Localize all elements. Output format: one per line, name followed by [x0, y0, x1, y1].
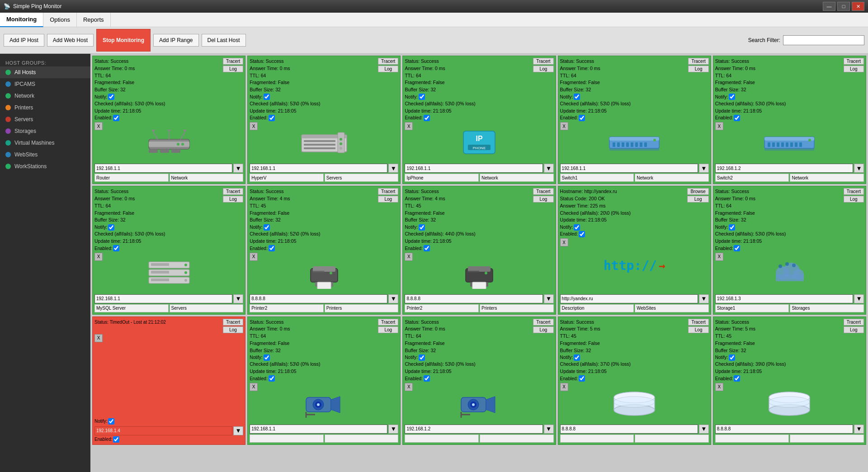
sidebar-item-storages[interactable]: Storages — [0, 125, 90, 137]
search-input[interactable] — [783, 35, 864, 45]
minimize-button[interactable]: — — [823, 2, 835, 11]
card-notify-checkbox[interactable] — [419, 354, 425, 361]
tracert-button[interactable]: Tracert — [533, 58, 553, 65]
ip-input[interactable] — [405, 164, 542, 173]
tracert-button[interactable]: Tracert — [844, 319, 864, 326]
add-ip-host-button[interactable]: Add IP Host — [4, 34, 44, 47]
card-notify-checkbox[interactable] — [729, 224, 735, 231]
card-enabled-checkbox[interactable] — [113, 115, 119, 121]
close-card-button[interactable]: X — [405, 383, 413, 391]
close-card-button[interactable]: X — [715, 122, 723, 130]
card-notify-checkbox[interactable] — [574, 224, 580, 231]
card-notify-checkbox[interactable] — [264, 354, 270, 361]
close-card-button[interactable]: X — [560, 238, 568, 246]
tab-reports[interactable]: Reports — [77, 13, 111, 27]
log-button[interactable]: Log — [378, 326, 398, 333]
card-enabled-checkbox[interactable] — [579, 375, 585, 382]
tab-monitoring[interactable]: Monitoring — [0, 13, 43, 27]
dropdown-button[interactable]: ▼ — [544, 425, 554, 434]
sidebar-item-websites[interactable]: WebSites — [0, 149, 90, 160]
card-enabled-checkbox[interactable] — [734, 115, 740, 121]
card-notify-checkbox[interactable] — [264, 94, 270, 100]
close-card-button[interactable]: X — [715, 253, 723, 261]
ip-input[interactable] — [94, 164, 232, 173]
log-button[interactable]: Log — [688, 326, 708, 333]
ip-input[interactable] — [715, 294, 853, 303]
card-enabled-checkbox[interactable] — [579, 115, 585, 121]
tracert-button[interactable]: Tracert — [378, 319, 398, 326]
close-button[interactable]: ✕ — [852, 2, 864, 11]
tracert-button[interactable]: Tracert — [223, 58, 243, 65]
tracert-button[interactable]: Tracert — [378, 188, 398, 195]
dropdown-button[interactable]: ▼ — [233, 426, 243, 435]
dropdown-button[interactable]: ▼ — [388, 294, 398, 303]
close-card-button[interactable]: X — [94, 334, 103, 342]
log-button[interactable]: Log — [223, 196, 243, 203]
log-button[interactable]: Log — [687, 196, 708, 203]
close-card-button[interactable]: X — [94, 122, 103, 130]
card-notify-checkbox[interactable] — [419, 94, 425, 100]
sidebar-item-printers[interactable]: Printers — [0, 102, 90, 113]
close-card-button[interactable]: X — [250, 122, 258, 130]
dropdown-button[interactable]: ▼ — [544, 164, 554, 173]
ip-input[interactable] — [560, 164, 698, 173]
tracert-button[interactable]: Tracert — [844, 188, 864, 195]
add-ip-range-button[interactable]: Add IP Range — [153, 34, 199, 47]
card-enabled-checkbox[interactable] — [113, 436, 119, 443]
card-notify-checkbox[interactable] — [264, 224, 270, 231]
dropdown-button[interactable]: ▼ — [544, 294, 554, 303]
ip-input[interactable] — [405, 294, 542, 303]
card-notify-checkbox[interactable] — [574, 94, 580, 100]
dropdown-button[interactable]: ▼ — [233, 294, 243, 303]
log-button[interactable]: Log — [378, 66, 398, 72]
card-notify-checkbox[interactable] — [108, 94, 114, 100]
tracert-button[interactable]: Tracert — [533, 188, 553, 195]
close-card-button[interactable]: X — [560, 122, 568, 130]
card-notify-checkbox[interactable] — [729, 354, 735, 361]
card-enabled-checkbox[interactable] — [269, 115, 275, 121]
stop-monitoring-button[interactable]: Stop Monitoring — [96, 29, 151, 52]
sidebar-item-servers[interactable]: Servers — [0, 113, 90, 125]
card-enabled-checkbox[interactable] — [424, 245, 430, 251]
dropdown-button[interactable]: ▼ — [854, 164, 864, 173]
tracert-button[interactable]: Tracert — [223, 319, 243, 326]
card-notify-checkbox[interactable] — [108, 418, 114, 425]
ip-input[interactable] — [560, 425, 698, 434]
ip-input[interactable] — [250, 294, 387, 303]
tracert-button[interactable]: Tracert — [378, 58, 398, 65]
dropdown-button[interactable]: ▼ — [388, 425, 398, 434]
log-button[interactable]: Log — [533, 196, 553, 203]
add-web-host-button[interactable]: Add Web Host — [47, 34, 94, 47]
tracert-button[interactable]: Tracert — [223, 188, 243, 195]
card-enabled-checkbox[interactable] — [424, 375, 430, 382]
dropdown-button[interactable]: ▼ — [699, 294, 709, 303]
tab-options[interactable]: Options — [43, 13, 77, 27]
dropdown-button[interactable]: ▼ — [388, 164, 398, 173]
close-card-button[interactable]: X — [560, 383, 568, 391]
log-button[interactable]: Log — [533, 326, 553, 333]
browse-button[interactable]: Browse — [687, 188, 708, 195]
card-notify-checkbox[interactable] — [729, 94, 735, 100]
close-card-button[interactable]: X — [405, 122, 413, 130]
tracert-button[interactable]: Tracert — [533, 319, 553, 326]
ip-input[interactable] — [715, 164, 853, 173]
dropdown-button[interactable]: ▼ — [854, 294, 864, 303]
ip-input[interactable] — [94, 426, 232, 435]
sidebar-item-all-hosts[interactable]: All Hosts — [0, 66, 90, 78]
tracert-button[interactable]: Tracert — [844, 58, 864, 65]
ip-input[interactable] — [250, 425, 387, 434]
close-card-button[interactable]: X — [94, 253, 103, 261]
dropdown-button[interactable]: ▼ — [854, 425, 864, 434]
card-enabled-checkbox[interactable] — [579, 231, 585, 237]
card-enabled-checkbox[interactable] — [734, 245, 740, 251]
log-button[interactable]: Log — [223, 326, 243, 333]
sidebar-item-workstations[interactable]: WorkStations — [0, 160, 90, 172]
close-card-button[interactable]: X — [715, 383, 723, 391]
card-notify-checkbox[interactable] — [108, 224, 114, 231]
card-enabled-checkbox[interactable] — [269, 245, 275, 251]
ip-input[interactable] — [250, 164, 387, 173]
log-button[interactable]: Log — [533, 66, 553, 72]
ip-input[interactable] — [94, 294, 232, 303]
card-notify-checkbox[interactable] — [419, 224, 425, 231]
dropdown-button[interactable]: ▼ — [699, 425, 709, 434]
